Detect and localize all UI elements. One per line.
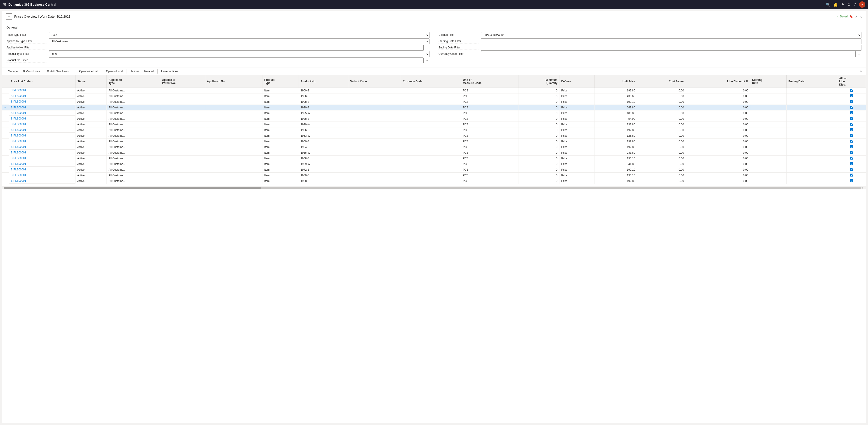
actions-button[interactable]: Actions — [128, 69, 142, 74]
price-list-code-link[interactable]: S-PLS00001 — [11, 151, 26, 154]
ending-date-filter-input[interactable] — [481, 45, 862, 51]
currency-code-ellipsis[interactable]: ··· — [857, 53, 862, 56]
allow-line-disc-checkbox[interactable] — [850, 179, 853, 182]
col-allow-line-disc[interactable]: AllowLineDisc. — [837, 75, 866, 88]
table-row[interactable]: S-PLS00001ActiveAll Custome...Item1980-S… — [2, 173, 866, 178]
price-list-code-link[interactable]: S-PLS00001 — [11, 94, 26, 97]
col-applies-to-parent-no[interactable]: Applies-toParent No. — [160, 75, 205, 88]
table-row[interactable]: S-PLS00001ActiveAll Custome...Item1972-S… — [2, 167, 866, 173]
table-row[interactable]: S-PLS00001ActiveAll Custome...Item1969-W… — [2, 161, 866, 167]
price-list-code-link[interactable]: S-PLS00001 — [11, 179, 26, 182]
gear-icon[interactable]: ⚙ — [847, 2, 850, 7]
fewer-options-button[interactable]: Fewer options — [159, 69, 180, 74]
table-row[interactable]: S-PLS00001ActiveAll Custome...Item1929-W… — [2, 122, 866, 128]
scroll-track[interactable] — [4, 187, 862, 189]
allow-line-disc-checkbox[interactable] — [850, 94, 853, 97]
currency-code-filter-input[interactable] — [481, 51, 856, 57]
table-row[interactable]: →S-PLS00001⋮ActiveAll Custome...Item1920… — [2, 105, 866, 110]
price-list-code-link[interactable]: S-PLS00001 — [11, 145, 26, 148]
allow-line-disc-checkbox[interactable] — [850, 123, 853, 125]
app-grid-icon[interactable]: ⊞ — [3, 2, 6, 7]
allow-line-disc-checkbox[interactable] — [850, 134, 853, 137]
applies-to-type-filter-select[interactable]: All Customers — [49, 38, 430, 45]
applies-to-no-filter-input[interactable] — [49, 45, 424, 51]
col-starting-date[interactable]: StartingDate — [750, 75, 786, 88]
table-row[interactable]: S-PLS00001ActiveAll Custome...Item1964-S… — [2, 144, 866, 150]
open-price-list-button[interactable]: ☰ Open Price List — [73, 69, 100, 74]
price-list-code-link[interactable]: S-PLS00001 — [11, 100, 26, 103]
price-list-code-link[interactable]: S-PLS00001 — [11, 106, 26, 109]
col-product-type[interactable]: ProductType — [262, 75, 299, 88]
allow-line-disc-checkbox[interactable] — [850, 168, 853, 171]
allow-line-disc-checkbox[interactable] — [850, 106, 853, 109]
defines-filter-select[interactable]: Price & Discount — [481, 32, 862, 38]
col-cost-factor[interactable]: Cost Factor — [637, 75, 686, 88]
allow-line-disc-checkbox[interactable] — [850, 162, 853, 165]
flag-icon[interactable]: ⚑ — [841, 2, 844, 7]
col-unit-of-measure-code[interactable]: Unit ofMeasure Code — [461, 75, 519, 88]
applies-to-no-ellipsis[interactable]: ··· — [426, 46, 430, 49]
table-row[interactable]: S-PLS00001ActiveAll Custome...Item1908-S… — [2, 99, 866, 105]
price-list-code-link[interactable]: S-PLS00001 — [11, 140, 26, 143]
table-row[interactable]: S-PLS00001ActiveAll Custome...Item1953-W… — [2, 133, 866, 139]
search-icon[interactable]: 🔍 — [826, 2, 830, 7]
verify-lines-button[interactable]: ⊞ Verify Lines... — [20, 69, 44, 74]
allow-line-disc-checkbox[interactable] — [850, 157, 853, 160]
col-applies-to-type[interactable]: Applies-toType — [107, 75, 160, 88]
table-row[interactable]: S-PLS00001ActiveAll Custome...Item1968-S… — [2, 156, 866, 161]
scroll-right-arrow[interactable]: › — [862, 186, 864, 190]
table-row[interactable]: S-PLS00001ActiveAll Custome...Item1906-S… — [2, 93, 866, 99]
table-row[interactable]: S-PLS00001ActiveAll Custome...Item1936-S… — [2, 128, 866, 133]
col-line-discount-pct[interactable]: Line Discount % — [686, 75, 750, 88]
user-avatar[interactable]: IK — [859, 1, 865, 8]
col-unit-price[interactable]: Unit Price — [594, 75, 637, 88]
price-list-code-link[interactable]: S-PLS00001 — [11, 89, 26, 92]
kebab-menu-button[interactable]: ⋮ — [27, 106, 32, 109]
price-list-code-link[interactable]: S-PLS00001 — [11, 157, 26, 160]
col-currency-code[interactable]: Currency Code — [401, 75, 461, 88]
price-list-code-link[interactable]: S-PLS00001 — [11, 162, 26, 165]
bell-icon[interactable]: 🔔 — [833, 2, 838, 7]
help-icon[interactable]: ? — [854, 2, 856, 6]
col-status[interactable]: Status — [75, 75, 107, 88]
price-list-code-link[interactable]: S-PLS00001 — [11, 111, 26, 114]
price-list-code-link[interactable]: S-PLS00001 — [11, 128, 26, 132]
add-new-lines-button[interactable]: ⊞ Add New Lines... — [45, 69, 73, 74]
allow-line-disc-checkbox[interactable] — [850, 117, 853, 120]
back-button[interactable]: ← — [6, 13, 12, 20]
related-button[interactable]: Related — [142, 69, 156, 74]
allow-line-disc-checkbox[interactable] — [850, 100, 853, 103]
allow-line-disc-checkbox[interactable] — [850, 174, 853, 176]
starting-date-filter-input[interactable] — [481, 38, 862, 45]
allow-line-disc-checkbox[interactable] — [850, 128, 853, 131]
price-list-code-link[interactable]: S-PLS00001 — [11, 134, 26, 137]
col-minimum-quantity[interactable]: MinimumQuantity — [519, 75, 559, 88]
col-price-list-code[interactable]: Price List Code ↑ — [9, 75, 75, 88]
allow-line-disc-checkbox[interactable] — [850, 151, 853, 154]
col-defines[interactable]: Defines — [559, 75, 594, 88]
bottom-scrollbar[interactable]: › — [2, 186, 866, 190]
col-ending-date[interactable]: Ending Date — [786, 75, 837, 88]
table-row[interactable]: S-PLS00001ActiveAll Custome...Item1925-W… — [2, 110, 866, 116]
allow-line-disc-checkbox[interactable] — [850, 89, 853, 92]
collapse-icon[interactable]: ⤡ — [860, 15, 862, 18]
filter-icon[interactable]: ⫸ — [859, 69, 862, 73]
table-row[interactable]: S-PLS00001ActiveAll Custome...Item1988-S… — [2, 178, 866, 184]
table-row[interactable]: S-PLS00001ActiveAll Custome...Item1965-W… — [2, 150, 866, 156]
table-row[interactable]: S-PLS00001ActiveAll Custome...Item1900-S… — [2, 88, 866, 93]
col-applies-to-no[interactable]: Applies-to No. — [205, 75, 262, 88]
price-list-code-link[interactable]: S-PLS00001 — [11, 117, 26, 120]
product-type-filter-select[interactable]: Item — [49, 51, 430, 57]
allow-line-disc-checkbox[interactable] — [850, 111, 853, 114]
external-link-icon[interactable]: ↗ — [855, 15, 858, 18]
price-type-filter-select[interactable]: Sale — [49, 32, 430, 38]
allow-line-disc-checkbox[interactable] — [850, 145, 853, 148]
bookmark-icon[interactable]: 🔖 — [849, 15, 853, 18]
price-list-code-link[interactable]: S-PLS00001 — [11, 123, 26, 126]
price-list-code-link[interactable]: S-PLS00001 — [11, 174, 26, 177]
price-list-code-link[interactable]: S-PLS00001 — [11, 168, 26, 171]
table-row[interactable]: S-PLS00001ActiveAll Custome...Item1960-S… — [2, 139, 866, 144]
allow-line-disc-checkbox[interactable] — [850, 140, 853, 143]
open-in-excel-button[interactable]: ☰ Open in Excel — [100, 69, 125, 74]
col-product-no[interactable]: Product No. — [299, 75, 348, 88]
